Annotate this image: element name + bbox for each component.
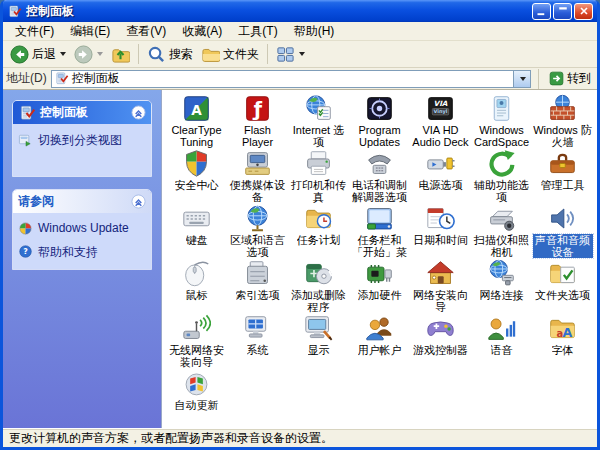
item-label: Program Updates <box>350 124 410 148</box>
item-regional-language-options[interactable]: 区域和语言选项 <box>227 204 288 259</box>
item-windows-cardspace[interactable]: Windows CardSpace <box>471 94 532 149</box>
item-portable-media-devices[interactable]: 便携媒体设备 <box>227 149 288 204</box>
regional-language-icon <box>243 204 272 233</box>
item-fonts[interactable]: aA字体 <box>532 314 593 369</box>
cleartype-tuning-icon: A <box>182 94 211 123</box>
back-dropdown-icon[interactable] <box>60 52 66 56</box>
forward-button[interactable] <box>71 44 106 65</box>
item-label: 添加硬件 <box>358 289 402 301</box>
menu-item-edit[interactable]: 编辑(E) <box>62 22 118 41</box>
admin-tools-icon <box>548 149 577 178</box>
panel-header-see-also[interactable]: 请参阅 <box>13 190 151 213</box>
item-label: 打印机和传真 <box>289 179 349 203</box>
chevron-up-icon[interactable] <box>131 105 146 120</box>
user-accounts-icon <box>365 314 394 343</box>
item-date-time[interactable]: 日期和时间 <box>410 204 471 259</box>
item-keyboard[interactable]: 键盘 <box>166 204 227 259</box>
item-indexing-options[interactable]: 索引选项 <box>227 259 288 314</box>
item-via-hd-audio-deck[interactable]: VIAVinylVIA HD Audio Deck <box>410 94 471 149</box>
item-scheduled-tasks[interactable]: 任务计划 <box>288 204 349 259</box>
switch-view-icon <box>18 132 33 147</box>
internet-options-icon <box>304 94 333 123</box>
folders-button[interactable]: 文件夹 <box>198 44 262 65</box>
item-display[interactable]: 显示 <box>288 314 349 369</box>
item-printers-faxes[interactable]: 打印机和传真 <box>288 149 349 204</box>
item-add-hardware[interactable]: 添加硬件 <box>349 259 410 314</box>
item-network-setup-wizard[interactable]: 网络安装向导 <box>410 259 471 314</box>
system-icon <box>243 314 272 343</box>
item-power-options[interactable]: 电源选项 <box>410 149 471 204</box>
go-button[interactable]: 转到 <box>546 69 594 88</box>
flash-player-icon: ƒ <box>243 94 272 123</box>
item-flash-player[interactable]: ƒFlash Player <box>227 94 288 149</box>
item-label: 文件夹选项 <box>535 289 590 301</box>
forward-dropdown-icon[interactable] <box>97 52 103 56</box>
scheduled-tasks-icon <box>304 204 333 233</box>
item-system[interactable]: 系统 <box>227 314 288 369</box>
item-folder-options[interactable]: 文件夹选项 <box>532 259 593 314</box>
close-button[interactable] <box>574 3 593 20</box>
item-cleartype-tuning[interactable]: AClearType Tuning <box>166 94 227 149</box>
menu-item-view[interactable]: 查看(V) <box>118 22 174 41</box>
svg-text:ƒ: ƒ <box>252 98 263 120</box>
item-network-connections[interactable]: 网络连接 <box>471 259 532 314</box>
search-button[interactable]: 搜索 <box>144 44 196 65</box>
panel-header-control-panel[interactable]: 控制面板 <box>13 101 151 124</box>
item-label: 扫描仪和照相机 <box>472 234 532 258</box>
views-button[interactable] <box>273 44 308 65</box>
item-label: 网络连接 <box>480 289 524 301</box>
item-accessibility-options[interactable]: 辅助功能选项 <box>471 149 532 204</box>
item-security-center[interactable]: 安全中心 <box>166 149 227 204</box>
item-sounds-audio-devices[interactable]: 声音和音频设备 <box>532 204 593 259</box>
fonts-icon: aA <box>548 314 577 343</box>
item-administrative-tools[interactable]: 管理工具 <box>532 149 593 204</box>
toolbar-separator <box>538 69 539 89</box>
menu-item-favorites[interactable]: 收藏(A) <box>174 22 230 41</box>
panel-title: 控制面板 <box>40 104 127 121</box>
item-speech[interactable]: 语音 <box>471 314 532 369</box>
title-bar[interactable]: 控制面板 <box>3 0 597 22</box>
item-phone-modem-options[interactable]: 电话和调制解调器选项 <box>349 149 410 204</box>
item-automatic-updates[interactable]: 自动更新 <box>166 369 227 424</box>
menu-item-help[interactable]: 帮助(H) <box>286 22 343 41</box>
item-label: 便携媒体设备 <box>228 179 288 203</box>
window-controls <box>532 3 593 20</box>
item-label: ClearType Tuning <box>167 124 227 148</box>
go-label: 转到 <box>567 70 591 87</box>
item-add-remove-programs[interactable]: 添加或删除程序 <box>288 259 349 314</box>
item-label: 任务计划 <box>297 234 341 246</box>
item-internet-options[interactable]: Internet 选项 <box>288 94 349 149</box>
item-wireless-network-setup-wizard[interactable]: 无线网络安装向导 <box>166 314 227 369</box>
address-combo[interactable]: 控制面板 <box>51 70 531 88</box>
item-user-accounts[interactable]: 用户帐户 <box>349 314 410 369</box>
minimize-button[interactable] <box>532 3 551 20</box>
item-label: 无线网络安装向导 <box>167 344 227 368</box>
sidebar-link-help-support[interactable]: ?帮助和支持 <box>18 244 146 261</box>
menu-item-file[interactable]: 文件(F) <box>7 22 62 41</box>
chevron-up-icon[interactable] <box>131 194 146 209</box>
menu-item-tools[interactable]: 工具(T) <box>230 22 285 41</box>
maximize-button[interactable] <box>553 3 572 20</box>
item-program-updates[interactable]: Program Updates <box>349 94 410 149</box>
add-remove-programs-icon <box>304 259 333 288</box>
item-scanners-cameras[interactable]: 扫描仪和照相机 <box>471 204 532 259</box>
portable-media-icon <box>243 149 272 178</box>
item-game-controllers[interactable]: 游戏控制器 <box>410 314 471 369</box>
up-button[interactable] <box>108 44 133 65</box>
views-dropdown-icon[interactable] <box>299 52 305 56</box>
back-icon <box>10 45 29 64</box>
printers-faxes-icon <box>304 149 333 178</box>
item-label: 安全中心 <box>175 179 219 191</box>
address-dropdown-button[interactable] <box>513 71 530 87</box>
item-label: Windows CardSpace <box>472 124 532 148</box>
folders-icon <box>201 45 220 64</box>
menu-bar: 文件(F)编辑(E)查看(V)收藏(A)工具(T)帮助(H) <box>3 22 597 41</box>
item-taskbar-start-menu[interactable]: 任务栏和「开始」菜单 <box>349 204 410 259</box>
item-windows-firewall[interactable]: Windows 防火墙 <box>532 94 593 149</box>
item-mouse[interactable]: 鼠标 <box>166 259 227 314</box>
sidebar-link-windows-update[interactable]: Windows Update <box>18 221 146 236</box>
svg-text:VIA: VIA <box>434 99 448 108</box>
sidebar-link-switch-view[interactable]: 切换到分类视图 <box>18 132 146 149</box>
back-button[interactable]: 后退 <box>7 44 69 65</box>
address-label: 地址(D) <box>6 70 47 87</box>
